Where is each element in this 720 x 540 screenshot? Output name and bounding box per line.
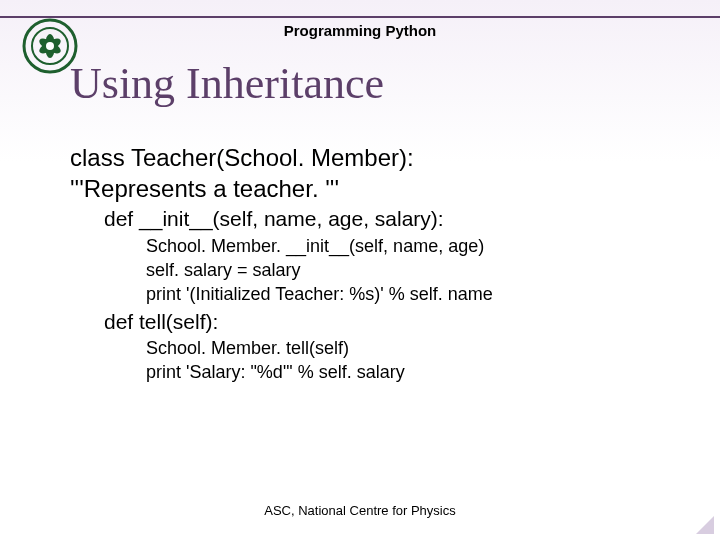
code-line: School. Member. __init__(self, name, age… [146,234,690,258]
code-line: print 'Salary: "%d"' % self. salary [146,360,690,384]
svg-point-5 [46,42,54,50]
slide-footer: ASC, National Centre for Physics [0,503,720,518]
page-curl-icon [696,516,714,534]
code-line: class Teacher(School. Member): [70,142,690,173]
slide-title: Using Inheritance [70,58,384,109]
code-line: '''Represents a teacher. ''' [70,173,690,204]
code-block: class Teacher(School. Member): '''Repres… [70,142,690,385]
slide-subtitle: Programming Python [0,22,720,39]
top-rule [0,16,720,18]
code-line: print '(Initialized Teacher: %s)' % self… [146,282,690,306]
code-line: def tell(self): [104,307,690,336]
code-line: def __init__(self, name, age, salary): [104,204,690,233]
code-line: self. salary = salary [146,258,690,282]
code-line: School. Member. tell(self) [146,336,690,360]
